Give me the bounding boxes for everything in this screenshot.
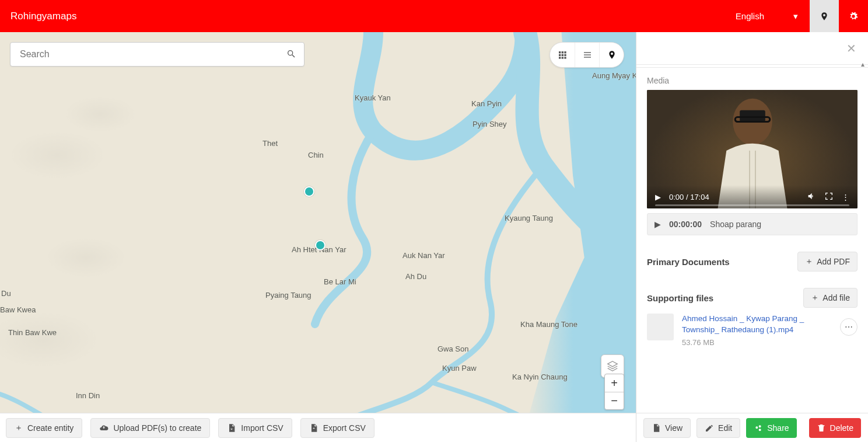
- supporting-files-title: Supporting files: [647, 293, 713, 303]
- view-list-button[interactable]: [575, 43, 599, 67]
- zoom-out-button[interactable]: −: [605, 392, 624, 409]
- svg-rect-8: [559, 57, 561, 58]
- media-section-label: Media: [647, 76, 858, 85]
- map-place-label: Gwa Son: [438, 344, 468, 353]
- close-panel-button[interactable]: ✕: [846, 41, 856, 55]
- share-icon: [754, 423, 763, 433]
- add-file-button[interactable]: ＋ Add file: [803, 288, 858, 308]
- map-place-label: Be Lar Mi: [324, 277, 356, 286]
- file-size: 53.76 MB: [682, 338, 832, 347]
- file-menu-button[interactable]: ⋯: [840, 318, 858, 336]
- map-place-label: Kyun Paw: [442, 364, 477, 373]
- svg-rect-7: [564, 54, 566, 56]
- document-icon: [652, 423, 661, 433]
- video-menu-icon[interactable]: ⋮: [842, 193, 849, 201]
- primary-documents-title: Primary Documents: [647, 257, 730, 267]
- detail-panel: ✕ Media ▶ 0:00 / 17:04: [636, 32, 868, 442]
- map-marker[interactable]: [304, 186, 314, 197]
- svg-line-1: [292, 55, 295, 57]
- svg-rect-9: [562, 57, 564, 58]
- svg-rect-12: [584, 54, 591, 55]
- import-csv-button[interactable]: Import CSV: [218, 418, 292, 438]
- search-box[interactable]: [10, 42, 304, 67]
- file-thumbnail: [647, 314, 674, 340]
- video-progress[interactable]: [655, 204, 849, 206]
- create-entity-button[interactable]: ＋ Create entity: [6, 418, 82, 438]
- volume-icon[interactable]: [807, 192, 816, 203]
- search-input[interactable]: [19, 48, 286, 60]
- view-mode-toggle: [550, 42, 624, 68]
- zoom-control: + −: [604, 374, 624, 410]
- brand-title: Rohingyamaps: [10, 11, 76, 22]
- svg-rect-10: [564, 57, 566, 58]
- map-place-label: Auk Nan Yar: [402, 251, 445, 260]
- panel-footer: View Edit Share Delete: [636, 413, 868, 442]
- map-place-label: Ka Nyin Chaung: [512, 373, 568, 381]
- view-map-button[interactable]: [599, 43, 624, 67]
- map-canvas[interactable]: Kyauk YanKan PyinPyin SheyThetChinAung M…: [0, 32, 636, 442]
- list-icon: [583, 50, 592, 60]
- zoom-in-button[interactable]: +: [605, 374, 624, 392]
- map-place-label: Kyauk Yan: [355, 93, 391, 102]
- svg-rect-3: [562, 51, 564, 53]
- map-place-label: Baw Kwea: [0, 305, 36, 314]
- pencil-icon: [705, 423, 714, 433]
- add-pdf-button[interactable]: ＋ Add PDF: [797, 252, 858, 272]
- play-icon[interactable]: ▶: [655, 193, 661, 201]
- language-label: English: [736, 11, 764, 21]
- map-place-label: Aung Myay K: [592, 71, 636, 80]
- cloud-upload-icon: [99, 423, 108, 433]
- play-icon[interactable]: ▶: [654, 220, 661, 229]
- pin-mode-button[interactable]: [810, 0, 839, 32]
- delete-button[interactable]: Delete: [809, 418, 861, 438]
- map-place-label: Thin Baw Kwe: [8, 328, 57, 337]
- map-place-label: Kan Pyin: [471, 99, 502, 108]
- svg-rect-2: [559, 51, 561, 53]
- map-place-label: Kyaung Taung: [505, 214, 553, 222]
- grid-icon: [558, 50, 567, 60]
- map-place-label: Thet: [262, 139, 278, 148]
- file-name-link[interactable]: Ahmed Hossain _ Kywap Parang _ Township_…: [682, 314, 832, 336]
- svg-rect-13: [584, 57, 591, 57]
- supporting-file-item: Ahmed Hossain _ Kywap Parang _ Township_…: [647, 314, 858, 347]
- edit-button[interactable]: Edit: [696, 418, 740, 438]
- file-export-icon: [309, 423, 318, 433]
- map-place-label: Ah Du: [405, 272, 426, 281]
- svg-rect-5: [559, 54, 561, 56]
- file-import-icon: [227, 423, 236, 433]
- svg-point-0: [288, 50, 293, 55]
- svg-rect-11: [584, 52, 591, 53]
- layers-icon: [606, 360, 619, 373]
- search-icon: [286, 49, 296, 60]
- map-place-label: Inn Din: [76, 391, 100, 400]
- fullscreen-icon[interactable]: [824, 192, 834, 203]
- trash-icon: [817, 423, 826, 433]
- plus-icon: ＋: [811, 293, 819, 303]
- map-marker[interactable]: [315, 240, 326, 250]
- plus-icon: ＋: [15, 423, 23, 433]
- settings-button[interactable]: [839, 0, 868, 32]
- svg-rect-6: [562, 54, 564, 56]
- map-place-label: Pyaing Taung: [265, 291, 312, 300]
- share-button[interactable]: Share: [746, 418, 796, 438]
- map-pin-icon: [820, 12, 829, 21]
- map-place-label: Chin: [308, 151, 324, 159]
- chevron-down-icon: ▾: [793, 11, 798, 22]
- svg-rect-15: [740, 110, 765, 121]
- language-dropdown[interactable]: English ▾: [724, 0, 810, 32]
- export-csv-button[interactable]: Export CSV: [300, 418, 374, 438]
- map-place-label: Kha Maung Tone: [520, 320, 578, 329]
- video-player[interactable]: ▶ 0:00 / 17:04 ⋮: [647, 90, 858, 208]
- map-place-label: Du: [1, 289, 11, 298]
- view-button[interactable]: View: [643, 418, 691, 438]
- map-place-label: Pyin Shey: [473, 120, 507, 128]
- plus-icon: ＋: [805, 256, 813, 267]
- timeline-entry[interactable]: ▶ 00:00:00 Shoap parang: [647, 213, 858, 235]
- svg-rect-4: [564, 51, 566, 53]
- map-pin-icon: [607, 50, 617, 60]
- upload-pdfs-button[interactable]: Upload PDF(s) to create: [90, 418, 210, 438]
- gear-icon: [849, 12, 858, 21]
- map-action-bar: ＋ Create entity Upload PDF(s) to create …: [0, 413, 636, 442]
- view-grid-button[interactable]: [550, 43, 575, 67]
